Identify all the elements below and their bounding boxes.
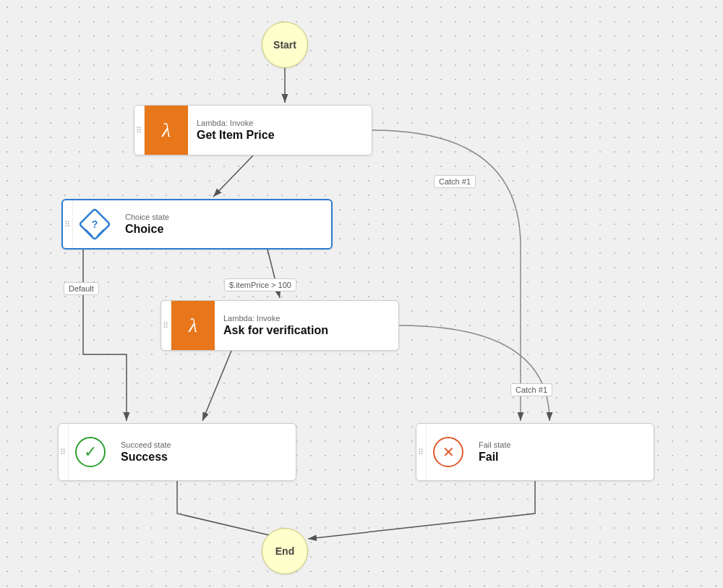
start-label: Start (273, 39, 296, 51)
get-item-price-text: Lambda: Invoke Get Item Price (188, 113, 372, 148)
ask-verification-node[interactable]: ⠿ λ Lambda: Invoke Ask for verification (161, 300, 399, 351)
default-label: Default (64, 282, 99, 295)
choice-title: Choice (125, 223, 322, 236)
svg-text:?: ? (92, 218, 98, 230)
node-grip: ⠿ (416, 424, 427, 480)
fail-title: Fail (479, 451, 645, 464)
succeed-text: Succeed state Success (112, 435, 296, 469)
succeed-node[interactable]: ⠿ ✓ Succeed state Success (58, 423, 296, 481)
fail-text: Fail state Fail (470, 435, 654, 469)
arrow-ask-to-succeed (202, 351, 231, 421)
succeed-subtitle: Succeed state (121, 440, 287, 449)
get-item-price-node[interactable]: ⠿ λ Lambda: Invoke Get Item Price (134, 105, 372, 155)
fail-icon: ✕ (427, 424, 470, 480)
start-node: Start (262, 22, 308, 68)
choice-node[interactable]: ⠿ ? Choice state Choice (61, 199, 333, 250)
fail-node[interactable]: ⠿ ✕ Fail state Fail (416, 423, 654, 481)
choice-diamond-icon: ? (73, 200, 116, 248)
arrow-getprice-to-choice (213, 155, 253, 197)
arrow-fail-to-end (308, 481, 535, 539)
catch1-top-label: Catch #1 (434, 175, 476, 188)
arrow-choice-default-to-succeed (83, 250, 127, 421)
ask-verification-title: Ask for verification (223, 324, 390, 337)
ask-verification-text: Lambda: Invoke Ask for verification (215, 308, 398, 343)
node-grip: ⠿ (63, 200, 73, 248)
end-label: End (275, 545, 294, 557)
get-item-price-subtitle: Lambda: Invoke (197, 119, 363, 127)
catch1-bottom-label: Catch #1 (510, 383, 552, 396)
node-grip: ⠿ (134, 106, 145, 155)
node-grip: ⠿ (59, 424, 69, 480)
choice-subtitle: Choice state (125, 213, 322, 221)
succeed-title: Success (121, 451, 287, 464)
diagram-canvas: Start ⠿ λ Lambda: Invoke Get Item Price … (0, 0, 723, 588)
end-node: End (262, 528, 308, 574)
success-check-circle: ✓ (75, 437, 106, 467)
ask-verification-subtitle: Lambda: Invoke (223, 314, 390, 323)
arrow-ask-catch-to-fail (399, 325, 549, 421)
lambda-letter-ask: λ (189, 314, 197, 337)
arrow-succeed-to-end (177, 481, 285, 539)
arrows-layer (0, 0, 723, 588)
check-mark: ✓ (84, 443, 97, 461)
x-mark: ✕ (442, 443, 455, 461)
lambda-letter: λ (162, 119, 171, 142)
arrow-getprice-catch-to-fail (372, 130, 521, 421)
choice-text: Choice state Choice (116, 207, 331, 242)
fail-x-circle: ✕ (433, 437, 463, 467)
node-grip: ⠿ (161, 301, 171, 350)
condition-label: $.itemPrice > 100 (224, 278, 296, 291)
fail-subtitle: Fail state (479, 440, 645, 449)
success-icon: ✓ (69, 424, 112, 480)
lambda-icon: λ (145, 106, 188, 155)
get-item-price-title: Get Item Price (197, 129, 363, 142)
lambda-icon-ask: λ (171, 301, 215, 350)
